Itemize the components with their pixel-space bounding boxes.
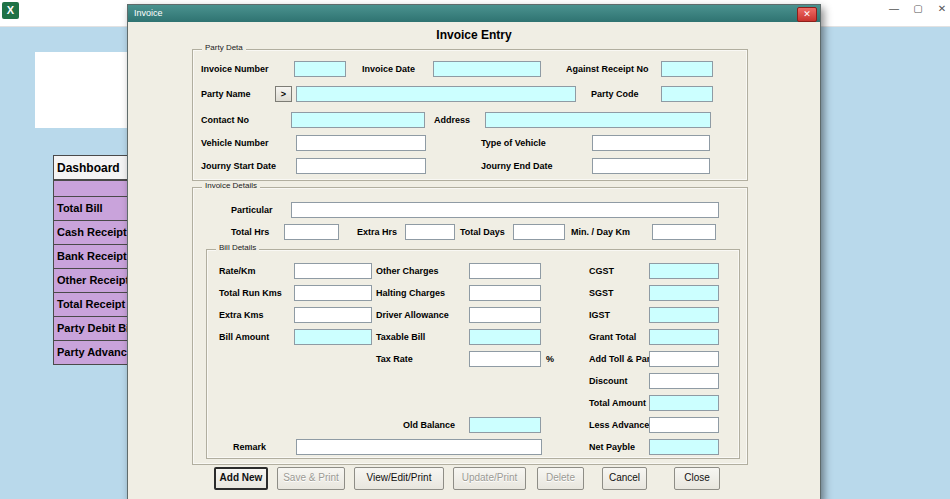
taxable-bill-field[interactable] [469, 329, 541, 345]
invoice-number-field[interactable] [294, 61, 346, 77]
extra-kms-label: Extra Kms [219, 310, 264, 320]
type-of-vehicle-label: Type of Vehicle [481, 138, 546, 148]
address-label: Address [434, 115, 470, 125]
total-days-field[interactable] [513, 224, 565, 240]
dialog-title: Invoice [134, 8, 163, 18]
window-close-icon[interactable]: ✕ [932, 2, 950, 16]
party-group-label: Party Deta [202, 43, 246, 52]
journy-start-date-field[interactable] [296, 158, 426, 174]
tax-rate-label: Tax Rate [376, 354, 413, 364]
old-balance-label: Old Balance [403, 420, 455, 430]
less-advance-label: Less Advance [589, 420, 649, 430]
party-name-field[interactable] [296, 86, 576, 102]
taxable-bill-label: Taxable Bill [376, 332, 425, 342]
total-amount-field[interactable] [649, 395, 719, 411]
bill-details-group-label: Bill Details [216, 243, 259, 252]
party-code-label: Party Code [591, 89, 639, 99]
dialog-titlebar: Invoice ✕ [128, 5, 820, 22]
minimize-icon[interactable]: — [884, 2, 904, 16]
other-charges-label: Other Charges [376, 266, 439, 276]
percent-label: % [546, 354, 554, 364]
journy-start-date-label: Journy Start Date [201, 161, 276, 171]
bill-amount-field[interactable] [294, 329, 372, 345]
excel-app-icon: X [2, 2, 19, 19]
update-print-button: Update/Print [453, 467, 526, 490]
igst-field[interactable] [649, 307, 719, 323]
contact-no-label: Contact No [201, 115, 249, 125]
dialog-close-button[interactable]: ✕ [797, 7, 817, 22]
halting-charges-field[interactable] [469, 285, 541, 301]
contact-no-field[interactable] [291, 112, 425, 128]
vehicle-number-field[interactable] [296, 135, 426, 151]
worksheet-panel [35, 52, 135, 128]
rate-km-field[interactable] [294, 263, 372, 279]
journy-end-date-field[interactable] [592, 158, 710, 174]
total-amount-label: Total Amount [589, 398, 646, 408]
party-name-label: Party Name [201, 89, 251, 99]
invoice-date-field[interactable] [433, 61, 541, 77]
remark-label: Remark [233, 442, 266, 452]
min-day-km-field[interactable] [652, 224, 716, 240]
min-day-km-label: Min. / Day Km [571, 227, 630, 237]
total-run-kms-label: Total Run Kms [219, 288, 282, 298]
igst-label: IGST [589, 310, 610, 320]
add-toll-parking-field[interactable] [649, 351, 719, 367]
cgst-field[interactable] [649, 263, 719, 279]
against-receipt-no-field[interactable] [661, 61, 713, 77]
vehicle-number-label: Vehicle Number [201, 138, 269, 148]
driver-allowance-field[interactable] [469, 307, 541, 323]
total-days-label: Total Days [460, 227, 505, 237]
grant-total-field[interactable] [649, 329, 719, 345]
particular-field[interactable] [291, 202, 719, 218]
rate-km-label: Rate/Km [219, 266, 256, 276]
against-receipt-no-label: Against Receipt No [566, 64, 649, 74]
total-hrs-field[interactable] [284, 224, 339, 240]
party-lookup-button[interactable]: > [275, 86, 292, 102]
invoice-number-label: Invoice Number [201, 64, 269, 74]
extra-hrs-field[interactable] [405, 224, 455, 240]
discount-field[interactable] [649, 373, 719, 389]
sgst-label: SGST [589, 288, 614, 298]
view-edit-print-button[interactable]: View/Edit/Print [354, 467, 444, 490]
invoice-date-label: Invoice Date [362, 64, 415, 74]
save-print-button: Save & Print [277, 467, 345, 490]
particular-label: Particular [231, 205, 273, 215]
cgst-label: CGST [589, 266, 614, 276]
type-of-vehicle-field[interactable] [592, 135, 710, 151]
halting-charges-label: Halting Charges [376, 288, 445, 298]
total-hrs-label: Total Hrs [231, 227, 269, 237]
cancel-button[interactable]: Cancel [602, 467, 647, 490]
address-field[interactable] [485, 112, 711, 128]
delete-button: Delete [537, 467, 584, 490]
maximize-icon[interactable]: ▢ [908, 2, 928, 16]
less-advance-field[interactable] [649, 417, 719, 433]
driver-allowance-label: Driver Allowance [376, 310, 449, 320]
party-code-field[interactable] [661, 86, 713, 102]
remark-field[interactable] [296, 439, 542, 455]
extra-hrs-label: Extra Hrs [357, 227, 397, 237]
journy-end-date-label: Journy End Date [481, 161, 553, 171]
other-charges-field[interactable] [469, 263, 541, 279]
grant-total-label: Grant Total [589, 332, 636, 342]
close-button[interactable]: Close [674, 467, 720, 490]
sgst-field[interactable] [649, 285, 719, 301]
add-new-button[interactable]: Add New [214, 467, 268, 490]
invoice-details-group-label: Invoice Details [202, 181, 260, 190]
net-payble-field[interactable] [649, 439, 719, 455]
old-balance-field[interactable] [469, 417, 541, 433]
invoice-dialog: Invoice ✕ Invoice Entry Party Deta Invoi… [127, 4, 821, 499]
dialog-heading: Invoice Entry [128, 28, 820, 42]
net-payble-label: Net Payble [589, 442, 635, 452]
total-run-kms-field[interactable] [294, 285, 372, 301]
bill-amount-label: Bill Amount [219, 332, 269, 342]
extra-kms-field[interactable] [294, 307, 372, 323]
tax-rate-field[interactable] [469, 351, 541, 367]
discount-label: Discount [589, 376, 628, 386]
